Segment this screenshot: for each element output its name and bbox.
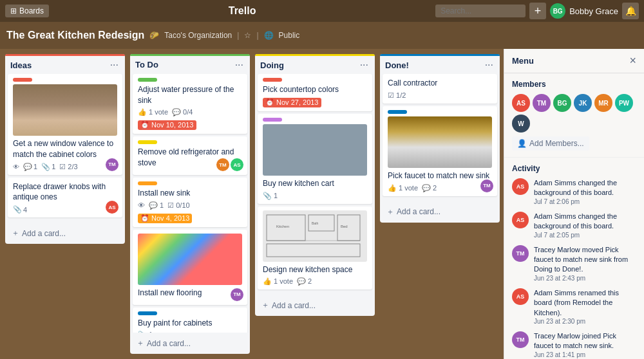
attach-badge: 📎 1: [263, 192, 278, 200]
card-label: [263, 118, 282, 122]
add-card-label: Add a card...: [272, 301, 316, 310]
member-avatar-tm: TM: [533, 94, 551, 112]
user-avatar: BG: [550, 3, 565, 19]
activity-section-title: Activity: [512, 164, 636, 173]
boards-button[interactable]: ⊞ Boards: [5, 5, 49, 17]
activity-avatar: AS: [512, 288, 529, 305]
card-t2[interactable]: Remove old refrigerator and stove TM AS: [133, 136, 247, 175]
star-icon[interactable]: ☆: [244, 31, 251, 40]
card-avatar: TM: [106, 158, 118, 171]
card-label: [138, 140, 157, 144]
thumb-badge: 👍 1 vote: [138, 108, 168, 116]
comment-badge: 💬 2: [422, 184, 437, 192]
trello-logo-text: Trello: [229, 5, 256, 17]
card-title-dn2: Pick faucet to match new sink: [388, 170, 492, 181]
boards-label: Boards: [19, 6, 44, 15]
activity-content: Adam Simms changed the background of thi…: [534, 178, 636, 205]
card-meta-i2: 📎 4: [13, 205, 117, 214]
activity-text: Adam Simms changed the background of thi…: [534, 212, 636, 232]
card-image-floor: [138, 234, 242, 285]
notification-button[interactable]: 🔔: [622, 3, 639, 19]
fraction-badge: ☑ 2/3: [59, 163, 77, 171]
card-dn2[interactable]: Pick faucet to match new sink 👍 1 vote 💬…: [383, 106, 497, 196]
card-meta-dn1: ☑ 1/2: [388, 91, 492, 100]
attach-badge: 📎 4: [13, 205, 27, 214]
visibility-label[interactable]: Public: [279, 31, 300, 40]
activity-item-2: TM Tracey Marlow moved Pick faucet to ma…: [512, 245, 636, 282]
list-cards-done: Call contractor ☑ 1/2 Pick faucet to mat…: [380, 74, 500, 201]
activity-section: Activity AS Adam Simms changed the backg…: [504, 158, 644, 359]
activity-item-3: AS Adam Simms renamed this board (from R…: [512, 288, 636, 325]
attach-badge: 📎 1: [41, 163, 55, 171]
user-name: Bobby Grace: [569, 6, 618, 16]
board-meta: 🌮 Taco's Organization | ☆ | 🌐 Public: [149, 31, 299, 40]
org-name[interactable]: Taco's Organization: [164, 31, 232, 40]
member-avatar-jk: JK: [574, 94, 592, 112]
list-doing: Doing ··· Pick countertop colors ⏰ Nov 2…: [255, 54, 375, 316]
activity-item-1: AS Adam Simms changed the background of …: [512, 212, 636, 239]
card-t3[interactable]: Install new sink 👁 💬 1 ☑ 0/10 ⏰ Nov 4, 2…: [133, 178, 247, 227]
activity-time: Jun 23 at 2:43 pm: [534, 275, 636, 282]
list-footer-doing: ＋ Add a card...: [255, 295, 375, 316]
members-row: AS TM BG JK MR PW W: [512, 94, 636, 133]
card-t4[interactable]: Install new flooring TM: [133, 230, 247, 305]
list-cards-ideas: Get a new window valence to match the ca…: [5, 74, 125, 223]
card-dn1[interactable]: Call contractor ☑ 1/2: [383, 74, 497, 104]
add-card-btn-done[interactable]: ＋ Add a card...: [383, 204, 497, 220]
member-avatar-mr: MR: [594, 94, 612, 112]
members-section: Members AS TM BG JK MR PW W 👤 Add Member…: [504, 73, 644, 158]
person-icon: 👤: [517, 139, 527, 148]
card-title-i1: Get a new window valence to match the ca…: [13, 138, 117, 160]
list-menu-btn-doing[interactable]: ···: [359, 60, 370, 70]
card-avatars-i1: TM: [106, 158, 118, 171]
svg-text:Kitchen: Kitchen: [276, 225, 289, 228]
attach-icon: 📎: [41, 163, 50, 171]
card-t5[interactable]: Buy paint for cabinets 📎 1: [133, 308, 247, 333]
add-button[interactable]: +: [529, 3, 546, 19]
list-footer-todo: ＋ Add a card...: [130, 333, 250, 354]
activity-content: Tracey Marlow joined Pick faucet to matc…: [534, 331, 636, 358]
card-i1[interactable]: Get a new window valence to match the ca…: [8, 74, 122, 175]
add-card-label: Add a card...: [397, 207, 440, 216]
list-todo: To Do ··· Adjust water pressure of the s…: [130, 54, 250, 354]
activity-item-0: AS Adam Simms changed the background of …: [512, 178, 636, 205]
list-menu-btn-done[interactable]: ···: [484, 60, 495, 70]
add-card-label: Add a card...: [147, 339, 191, 348]
card-image-sink: [388, 116, 492, 168]
activity-content: Adam Simms renamed this board (from Remo…: [534, 288, 636, 325]
list-menu-btn-todo[interactable]: ···: [234, 60, 245, 70]
card-label: [263, 78, 282, 82]
card-t1[interactable]: Adjust water pressure of the sink 👍 1 vo…: [133, 74, 247, 134]
fraction-badge: ☑ 1/2: [388, 91, 406, 100]
card-image-cart: [263, 124, 367, 176]
comment-icon: 💬: [23, 163, 32, 171]
list-header-doing: Doing ···: [255, 56, 375, 74]
card-label: [388, 110, 407, 114]
activity-text: Tracey Marlow joined Pick faucet to matc…: [534, 331, 636, 351]
card-d2[interactable]: Buy new kitchen cart 📎 1: [258, 114, 372, 204]
menu-close-button[interactable]: ×: [629, 54, 636, 68]
card-avatar: AS: [106, 201, 118, 214]
lists-area: Ideas ··· Get a new window valence to ma…: [0, 49, 504, 359]
card-d1[interactable]: Pick countertop colors ⏰ Nov 27, 2013: [258, 74, 372, 111]
card-title-t3: Install new sink: [138, 188, 242, 199]
card-i2[interactable]: Replace drawer knobs with antique ones 📎…: [8, 178, 122, 218]
add-card-btn-doing[interactable]: ＋ Add a card...: [258, 297, 372, 313]
card-d3[interactable]: Kitchen Bath Bed Design new kitchen spac…: [258, 207, 372, 290]
comment-badge: 💬 1: [23, 163, 37, 171]
card-title-i2: Replace drawer knobs with antique ones: [13, 181, 117, 203]
add-member-button[interactable]: 👤 Add Members...: [512, 136, 589, 151]
member-avatar-as: AS: [512, 94, 530, 112]
menu-header: Menu ×: [504, 49, 644, 73]
activity-text: Adam Simms renamed this board (from Remo…: [534, 288, 636, 318]
search-input[interactable]: [435, 5, 526, 17]
add-card-btn-ideas[interactable]: ＋ Add a card...: [8, 225, 122, 241]
members-section-title: Members: [512, 80, 636, 89]
search-area: Trello: [54, 5, 430, 17]
card-title-t1: Adjust water pressure of the sink: [138, 84, 242, 106]
globe-icon: 🌐: [264, 31, 274, 40]
card-avatars-dn2: TM: [480, 180, 493, 192]
add-card-btn-todo[interactable]: ＋ Add a card...: [133, 335, 247, 351]
org-icon: 🌮: [149, 31, 159, 40]
list-menu-btn-ideas[interactable]: ···: [109, 60, 120, 70]
